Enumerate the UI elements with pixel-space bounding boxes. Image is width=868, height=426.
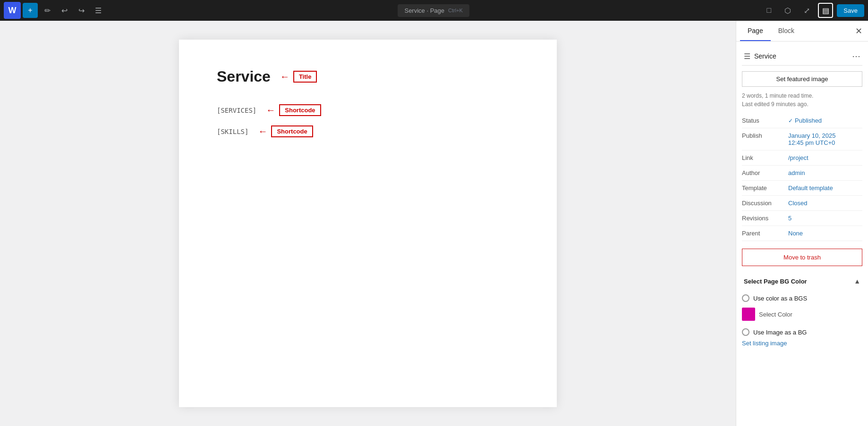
shortcode1-label: Shortcode bbox=[279, 104, 321, 116]
list-icon: ☰ bbox=[95, 6, 102, 15]
add-block-button[interactable]: + bbox=[23, 3, 38, 18]
use-image-radio[interactable] bbox=[742, 328, 749, 336]
meta-last-edited: Last edited 9 minutes ago. bbox=[742, 101, 862, 108]
more-options-button[interactable]: ⋯ bbox=[852, 51, 860, 61]
set-featured-image-button[interactable]: Set featured image bbox=[742, 71, 862, 87]
sidebar: Page Block ✕ ☰ Service ⋯ Set featured im… bbox=[736, 21, 868, 426]
revisions-value[interactable]: 5 bbox=[788, 215, 791, 222]
select-color-button[interactable]: Select Color bbox=[759, 311, 792, 318]
fullscreen-icon: ⤢ bbox=[804, 6, 810, 15]
sidebar-close-button[interactable]: ✕ bbox=[853, 25, 864, 37]
fullscreen-button[interactable]: ⤢ bbox=[799, 3, 814, 18]
command-palette[interactable]: Service · Page Ctrl+K bbox=[398, 4, 469, 17]
meta-row-link: Link /project bbox=[742, 150, 862, 166]
page-document-icon: ☰ bbox=[744, 52, 750, 61]
shortcode-block-1[interactable]: [SERVICES] ← Shortcode bbox=[217, 104, 519, 116]
shortcode-1-text: [SERVICES] bbox=[217, 107, 256, 114]
meta-row-parent: Parent None bbox=[742, 226, 862, 241]
command-shortcut: Ctrl+K bbox=[448, 8, 463, 13]
author-value[interactable]: admin bbox=[788, 169, 805, 176]
parent-value[interactable]: None bbox=[788, 230, 803, 237]
link-value[interactable]: /project bbox=[788, 154, 808, 161]
page-title-area: Service ← Title bbox=[217, 68, 519, 85]
discussion-value[interactable]: Closed bbox=[788, 200, 807, 207]
page-content: Service ← Title [SERVICES] ← Shortcode [… bbox=[179, 40, 557, 407]
link-label: Link bbox=[742, 154, 784, 161]
use-color-label: Use color as a BGS bbox=[753, 295, 807, 302]
bg-section-title: Select Page BG Color bbox=[744, 278, 807, 285]
redo-icon: ↪ bbox=[78, 6, 85, 15]
tab-page[interactable]: Page bbox=[740, 21, 771, 41]
shortcode2-label: Shortcode bbox=[271, 125, 313, 137]
command-label: Service · Page bbox=[404, 7, 444, 14]
publish-label: Publish bbox=[742, 132, 784, 139]
layout-icon: ▤ bbox=[822, 6, 829, 15]
list-view-button[interactable]: ☰ bbox=[91, 3, 106, 18]
set-listing-image-link[interactable]: Set listing image bbox=[742, 340, 862, 347]
meta-word-count: 2 words, 1 minute read time. bbox=[742, 92, 862, 99]
shortcode-2-text: [SKILLS] bbox=[217, 128, 248, 135]
layout-button[interactable]: ▤ bbox=[818, 3, 833, 18]
shortcode1-annotation: ← Shortcode bbox=[266, 104, 321, 116]
arrow1-icon: ← bbox=[266, 105, 275, 116]
color-swatch[interactable] bbox=[742, 308, 755, 321]
meta-row-discussion: Discussion Closed bbox=[742, 196, 862, 211]
toolbar-right: □ ⬡ ⤢ ▤ Save bbox=[761, 3, 864, 18]
title-label: Title bbox=[293, 71, 317, 83]
template-value[interactable]: Default template bbox=[788, 184, 833, 192]
meta-row-template: Template Default template bbox=[742, 181, 862, 196]
parent-label: Parent bbox=[742, 230, 784, 237]
meta-row-publish: Publish January 10, 2025 12:45 pm UTC+0 bbox=[742, 128, 862, 150]
bg-section-toggle[interactable]: ▲ bbox=[854, 277, 860, 285]
sidebar-tabs: Page Block ✕ bbox=[736, 21, 868, 42]
publish-date: January 10, 2025 bbox=[788, 132, 835, 139]
arrow-icon: ← bbox=[280, 71, 289, 82]
sidebar-content: ☰ Service ⋯ Set featured image 2 words, … bbox=[736, 42, 868, 426]
publish-time: 12:45 pm UTC+0 bbox=[788, 139, 835, 146]
wp-logo[interactable]: W bbox=[4, 2, 21, 19]
discussion-label: Discussion bbox=[742, 200, 784, 207]
title-annotation: ← Title bbox=[280, 71, 317, 83]
tab-block[interactable]: Block bbox=[771, 21, 802, 41]
edit-mode-button[interactable]: ✏ bbox=[40, 3, 55, 18]
edit-icon: ✏ bbox=[44, 6, 51, 15]
author-label: Author bbox=[742, 169, 784, 176]
undo-button[interactable]: ↩ bbox=[57, 3, 72, 18]
page-header-section: ☰ Service ⋯ bbox=[742, 47, 862, 66]
bg-section-header: Select Page BG Color ▲ bbox=[742, 274, 862, 289]
sidebar-page-title: Service bbox=[754, 52, 848, 60]
arrow2-icon: ← bbox=[258, 126, 267, 137]
revisions-label: Revisions bbox=[742, 215, 784, 222]
page-title[interactable]: Service bbox=[217, 68, 271, 85]
toolbar-left: W + ✏ ↩ ↪ ☰ bbox=[4, 2, 106, 19]
share-button[interactable]: ⬡ bbox=[780, 3, 795, 18]
meta-row-revisions: Revisions 5 bbox=[742, 211, 862, 226]
publish-value[interactable]: January 10, 2025 12:45 pm UTC+0 bbox=[788, 132, 835, 146]
undo-icon: ↩ bbox=[61, 6, 68, 15]
toolbar-center: Service · Page Ctrl+K bbox=[108, 4, 759, 17]
view-button[interactable]: □ bbox=[761, 3, 776, 18]
use-color-radio[interactable] bbox=[742, 294, 749, 302]
meta-row-status: Status Published bbox=[742, 113, 862, 128]
view-icon: □ bbox=[767, 6, 772, 15]
shortcode2-annotation: ← Shortcode bbox=[258, 125, 313, 137]
main-toolbar: W + ✏ ↩ ↪ ☰ Service · Page Ctrl+K □ ⬡ ⤢ bbox=[0, 0, 868, 21]
status-value[interactable]: Published bbox=[788, 117, 822, 124]
use-image-label: Use Image as a BG bbox=[753, 329, 807, 336]
template-label: Template bbox=[742, 184, 784, 192]
move-to-trash-button[interactable]: Move to trash bbox=[742, 249, 862, 266]
color-picker-row: Select Color bbox=[742, 308, 862, 321]
redo-button[interactable]: ↪ bbox=[74, 3, 89, 18]
use-color-option: Use color as a BGS bbox=[742, 292, 862, 304]
share-icon: ⬡ bbox=[784, 6, 791, 15]
save-button[interactable]: Save bbox=[837, 4, 864, 17]
status-label: Status bbox=[742, 117, 784, 124]
use-image-option: Use Image as a BG bbox=[742, 326, 862, 338]
meta-row-author: Author admin bbox=[742, 166, 862, 181]
main-area: Service ← Title [SERVICES] ← Shortcode [… bbox=[0, 21, 868, 426]
shortcode-block-2[interactable]: [SKILLS] ← Shortcode bbox=[217, 125, 519, 137]
editor-canvas: Service ← Title [SERVICES] ← Shortcode [… bbox=[0, 21, 736, 426]
